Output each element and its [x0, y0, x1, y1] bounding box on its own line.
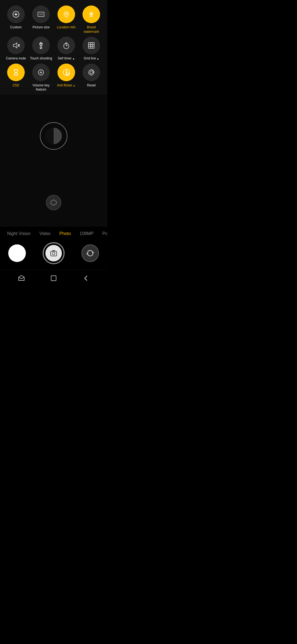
brand-watermark-label: Brand watermark [79, 25, 104, 34]
grid-line-icon [82, 37, 100, 54]
camera-controls [0, 239, 107, 270]
back-button[interactable] [80, 273, 91, 284]
setting-item-reset[interactable]: Reset [79, 64, 104, 92]
setting-item-volume-key[interactable]: Volume key feature [29, 64, 53, 92]
zsd-label: ZSD [13, 83, 19, 88]
mode-selector: Night VisionVideoPhoto108MPPortraitM [0, 227, 107, 239]
reset-label: Reset [87, 83, 96, 88]
volume-key-icon [32, 64, 50, 81]
focus-circle [40, 122, 67, 150]
shutter-inner [45, 245, 62, 261]
mode-video[interactable]: Video [35, 230, 55, 237]
svg-point-6 [15, 14, 16, 15]
svg-text:4:3: 4:3 [39, 13, 43, 16]
location-info-icon [57, 6, 75, 23]
svg-point-45 [52, 252, 55, 255]
anti-flicker-icon [57, 64, 75, 81]
lens-indicator[interactable] [46, 195, 61, 210]
mode-list: Night VisionVideoPhoto108MPPortraitM [0, 230, 107, 237]
svg-point-41 [90, 71, 93, 74]
svg-line-47 [21, 277, 24, 279]
setting-item-picture-size[interactable]: 4:3 Picture size [29, 6, 53, 34]
setting-item-grid-line[interactable]: Grid line [79, 37, 104, 61]
mode-photo[interactable]: Photo [55, 230, 75, 237]
reset-icon [82, 64, 100, 81]
recent-apps-button[interactable] [16, 273, 27, 284]
svg-rect-26 [89, 43, 94, 48]
camera-mute-icon [7, 37, 25, 54]
location-info-label: Location info [57, 25, 76, 30]
svg-rect-48 [51, 276, 56, 281]
setting-item-zsd[interactable]: ZSD [4, 64, 28, 92]
grid-line-label: Grid line [84, 56, 99, 61]
picture-size-icon: 4:3 [32, 6, 50, 23]
gallery-thumbnail[interactable] [8, 244, 26, 262]
camera-mute-label: Camera mute [6, 56, 26, 61]
shutter-button[interactable] [43, 242, 65, 264]
svg-text:2: 2 [65, 42, 67, 45]
brand-watermark-icon [82, 6, 100, 23]
self-timer-label: Self timer [58, 56, 75, 61]
svg-point-9 [65, 13, 67, 15]
setting-item-brand-watermark[interactable]: Brand watermark [79, 6, 104, 34]
zsd-icon [7, 64, 25, 81]
svg-line-46 [19, 277, 21, 279]
setting-item-custom[interactable]: Custom [4, 6, 28, 34]
volume-key-label: Volume key feature [29, 83, 53, 92]
anti-flicker-label: Anti flicker [57, 83, 75, 88]
focus-inner [45, 128, 62, 144]
picture-size-label: Picture size [32, 25, 50, 30]
home-button[interactable] [48, 273, 59, 284]
svg-marker-15 [13, 43, 17, 48]
nav-bar [0, 270, 107, 288]
setting-item-anti-flicker[interactable]: Anti flicker [54, 64, 78, 92]
settings-grid: Custom 4:3 Picture size Location info Br… [3, 6, 105, 92]
custom-label: Custom [10, 25, 21, 30]
custom-icon [7, 6, 25, 23]
settings-panel: Custom 4:3 Picture size Location info Br… [0, 0, 107, 95]
viewfinder[interactable] [0, 95, 107, 227]
touch-shooting-icon [32, 37, 50, 54]
mode-night-vision[interactable]: Night Vision [3, 230, 35, 237]
setting-item-location-info[interactable]: Location info [54, 6, 78, 34]
flip-camera-button[interactable] [81, 244, 99, 262]
mode-108mp[interactable]: 108MP [75, 230, 98, 237]
setting-item-camera-mute[interactable]: Camera mute [4, 37, 28, 61]
touch-shooting-label: Touch shooting [30, 56, 52, 61]
setting-item-touch-shooting[interactable]: Touch shooting [29, 37, 53, 61]
svg-point-14 [91, 13, 92, 15]
mode-portrait[interactable]: Portrait [98, 230, 107, 237]
setting-item-self-timer[interactable]: 2 Self timer [54, 37, 78, 61]
self-timer-icon: 2 [57, 37, 75, 54]
